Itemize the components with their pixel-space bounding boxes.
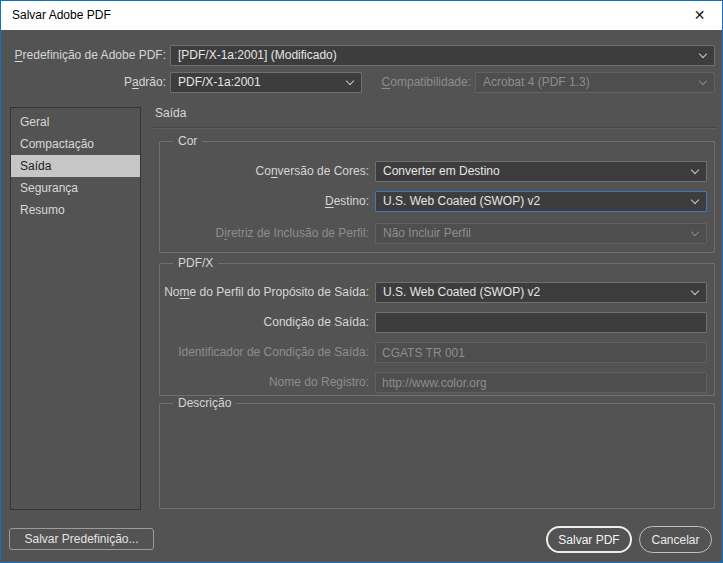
chevron-down-icon xyxy=(691,166,699,174)
chevron-down-icon xyxy=(691,196,699,204)
output-condition-identifier-label: Identificador de Condição de Saída: xyxy=(131,342,369,363)
close-icon[interactable]: ✕ xyxy=(677,1,722,30)
save-adobe-pdf-dialog: Salvar Adobe PDF ✕ Predefinição de Adobe… xyxy=(0,0,723,563)
color-conversion-label: Conversão de Cores: xyxy=(161,161,369,182)
registry-name-input xyxy=(375,372,707,393)
profile-inclusion-label: Diretriz de Inclusão de Perfil: xyxy=(161,223,369,244)
standard-label: Padrão: xyxy=(1,72,166,93)
profile-inclusion-dropdown: Não Incluir Perfil xyxy=(375,223,707,244)
output-condition-label: Condição de Saída: xyxy=(161,312,369,333)
category-list: Geral Compactação Saída Segurança Resumo xyxy=(10,107,141,510)
output-intent-profile-value: U.S. Web Coated (SWOP) v2 xyxy=(383,283,540,302)
chevron-down-icon xyxy=(699,77,707,85)
dialog-title: Salvar Adobe PDF xyxy=(12,1,111,30)
output-condition-identifier-input xyxy=(375,342,707,363)
save-preset-button[interactable]: Salvar Predefinição... xyxy=(9,528,154,550)
registry-name-label: Nome do Registro: xyxy=(161,372,369,393)
preset-dropdown[interactable]: [PDF/X-1a:2001] (Modificado) xyxy=(170,45,715,66)
compatibility-dropdown: Acrobat 4 (PDF 1.3) xyxy=(475,72,715,93)
sidebar-item-compactacao[interactable]: Compactação xyxy=(11,133,140,155)
save-pdf-button[interactable]: Salvar PDF xyxy=(546,526,632,553)
description-content xyxy=(168,412,706,500)
color-group-legend: Cor xyxy=(173,134,202,149)
preset-value: [PDF/X-1a:2001] (Modificado) xyxy=(178,46,337,65)
color-conversion-dropdown[interactable]: Converter em Destino xyxy=(375,161,707,182)
output-intent-profile-label: Nome do Perfil do Propósito de Saída: xyxy=(131,282,369,303)
preset-label: Predefinição de Adobe PDF: xyxy=(1,45,166,66)
standard-value: PDF/X-1a:2001 xyxy=(178,73,261,92)
destination-dropdown[interactable]: U.S. Web Coated (SWOP) v2 xyxy=(375,191,707,212)
heading-separator xyxy=(153,127,717,129)
pdfx-group-legend: PDF/X xyxy=(173,256,218,271)
description-group-legend: Descrição xyxy=(173,396,236,411)
sidebar-item-resumo[interactable]: Resumo xyxy=(11,199,140,221)
destination-label: Destino: xyxy=(161,191,369,212)
compatibility-label: Compatibilidade: xyxy=(331,72,471,93)
sidebar-item-geral[interactable]: Geral xyxy=(11,111,140,133)
output-condition-input[interactable] xyxy=(375,312,707,333)
cancel-button[interactable]: Cancelar xyxy=(639,526,712,553)
profile-inclusion-value: Não Incluir Perfil xyxy=(383,224,471,243)
chevron-down-icon xyxy=(691,228,699,236)
sidebar-item-saida[interactable]: Saída xyxy=(11,155,140,177)
panel-heading: Saída xyxy=(155,106,186,120)
sidebar-item-seguranca[interactable]: Segurança xyxy=(11,177,140,199)
description-groupbox: Descrição xyxy=(159,403,715,509)
color-conversion-value: Converter em Destino xyxy=(383,162,500,181)
destination-value: U.S. Web Coated (SWOP) v2 xyxy=(383,192,540,211)
title-bar[interactable]: Salvar Adobe PDF ✕ xyxy=(1,1,722,30)
compatibility-value: Acrobat 4 (PDF 1.3) xyxy=(483,73,590,92)
chevron-down-icon xyxy=(691,287,699,295)
output-intent-profile-dropdown[interactable]: U.S. Web Coated (SWOP) v2 xyxy=(375,282,707,303)
chevron-down-icon xyxy=(699,50,707,58)
